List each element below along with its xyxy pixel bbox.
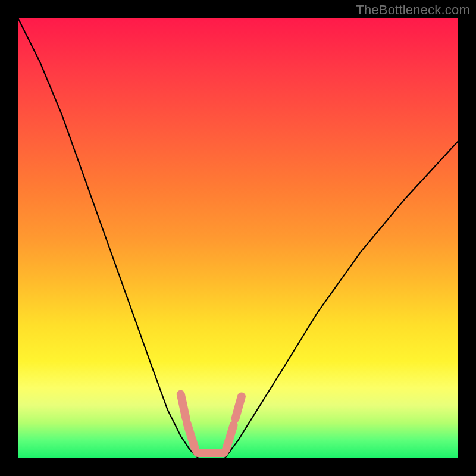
chart-svg bbox=[18, 18, 458, 458]
chart-frame: TheBottleneck.com bbox=[0, 0, 476, 476]
series-left-branch bbox=[18, 18, 198, 458]
watermark-text: TheBottleneck.com bbox=[356, 2, 470, 18]
salmon-marker-segment bbox=[181, 394, 186, 419]
series-right-branch bbox=[225, 141, 458, 458]
salmon-marker-segment bbox=[187, 423, 195, 449]
plot-area bbox=[18, 18, 458, 458]
salmon-marker-segment bbox=[236, 396, 242, 418]
salmon-marker-group bbox=[181, 394, 242, 453]
salmon-marker-segment bbox=[226, 425, 234, 450]
